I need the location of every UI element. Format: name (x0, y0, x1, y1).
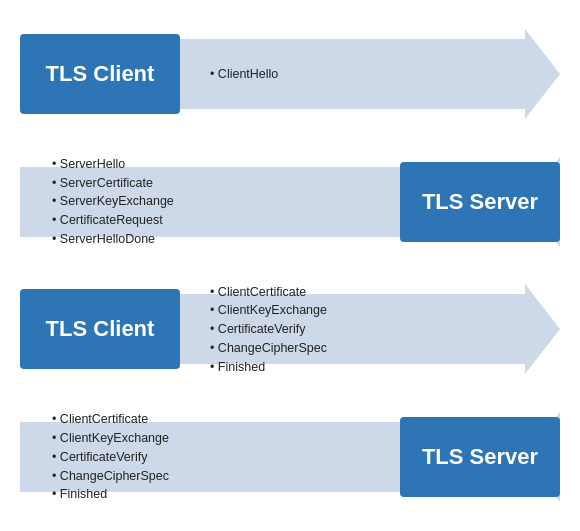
row4-msg-2: ClientKeyExchange (52, 429, 345, 448)
row4-msg-4: ChangeCipherSpec (52, 467, 345, 486)
row2-messages: ServerHello ServerCertificate ServerKeyE… (32, 155, 355, 249)
row4-msg-1: ClientCertificate (52, 410, 345, 429)
row4-container: ClientCertificate ClientKeyExchange Cert… (20, 412, 560, 502)
row2-msg-3: ServerKeyExchange (52, 192, 345, 211)
row1-msg-1: ClientHello (210, 65, 515, 84)
row4-messages: ClientCertificate ClientKeyExchange Cert… (32, 410, 355, 504)
row4-msg-5: Finished (52, 485, 345, 504)
row3-msg-4: ChangeCipherSpec (210, 339, 515, 358)
row2-msg-4: CertificateRequest (52, 211, 345, 230)
row2-label: TLS Server (400, 162, 560, 242)
row3-messages: ClientCertificate ClientKeyExchange Cert… (190, 283, 525, 377)
row2-msg-1: ServerHello (52, 155, 345, 174)
row4-msg-3: CertificateVerify (52, 448, 345, 467)
row3-msg-5: Finished (210, 358, 515, 377)
row3-msg-2: ClientKeyExchange (210, 301, 515, 320)
row2-msg-5: ServerHelloDone (52, 230, 345, 249)
row1-label: TLS Client (20, 34, 180, 114)
row3-container: ClientCertificate ClientKeyExchange Cert… (20, 284, 560, 374)
row1-messages: ClientHello (190, 65, 525, 84)
row2-msg-2: ServerCertificate (52, 174, 345, 193)
row3-msg-3: CertificateVerify (210, 320, 515, 339)
row1-arrowhead (525, 29, 560, 119)
row2-container: ServerHello ServerCertificate ServerKeyE… (20, 157, 560, 247)
row3-msg-1: ClientCertificate (210, 283, 515, 302)
row4-label: TLS Server (400, 417, 560, 497)
row3-label: TLS Client (20, 289, 180, 369)
row3-arrowhead (525, 284, 560, 374)
row1-container: ClientHello TLS Client (20, 29, 560, 119)
